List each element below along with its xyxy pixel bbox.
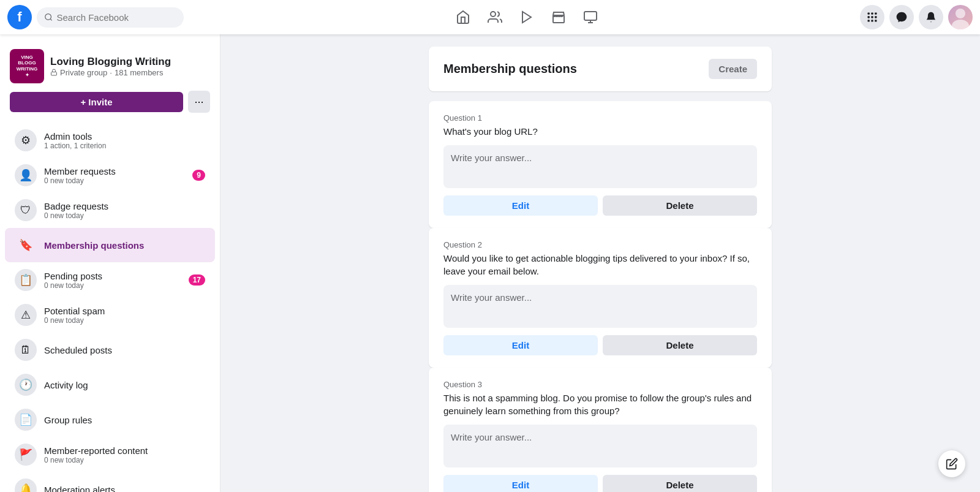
sidebar-item-icon-member-requests: 👤 [15,164,37,186]
svg-point-17 [956,9,965,18]
sidebar-item-icon-badge-requests: 🛡 [15,199,37,221]
main-content: Membership questions Create Question 1 W… [221,34,980,492]
search-icon [44,12,53,22]
page-title: Membership questions [443,62,577,76]
watch-nav-button[interactable] [512,6,541,28]
sidebar-item-activity-log[interactable]: 🕐 Activity log [5,368,215,402]
sidebar-item-title-activity-log: Activity log [44,380,205,390]
sidebar-item-scheduled-posts[interactable]: 🗓 Scheduled posts [5,333,215,367]
edit-button-3[interactable]: Edit [443,475,598,492]
edit-button-2[interactable]: Edit [443,335,598,355]
facebook-logo[interactable]: f [7,5,32,29]
answer-area-2: Write your answer... [443,285,757,328]
sidebar-item-icon-membership-questions: 🔖 [15,234,37,256]
more-options-button[interactable]: ··· [188,91,210,113]
sidebar-item-icon-potential-spam: ⚠ [15,304,37,326]
sidebar-item-moderation-alerts[interactable]: 🔔 Moderation alerts [5,472,215,492]
question-label-1: Question 1 [443,113,757,123]
sidebar-item-icon-moderation-alerts: 🔔 [15,479,37,492]
sidebar-item-title-member-requests: Member requests [44,166,185,176]
invite-row: + Invite ··· [10,91,210,113]
answer-area-1: Write your answer... [443,145,757,188]
answer-area-3: Write your answer... [443,425,757,467]
edit-button-1[interactable]: Edit [443,195,598,216]
search-input[interactable] [56,12,176,23]
topnav-right [850,5,973,29]
sidebar: VING BLOGG WRITING✦ Loving Blogging Writ… [0,34,221,492]
messenger-icon [895,11,908,23]
friends-nav-button[interactable] [480,6,510,28]
marketplace-icon [551,10,566,25]
group-info: VING BLOGG WRITING✦ Loving Blogging Writ… [10,49,210,83]
search-bar[interactable] [37,7,184,28]
groups-nav-button[interactable] [576,6,605,28]
sidebar-item-admin-tools[interactable]: ⚙ Admin tools 1 action, 1 criterion [5,123,215,157]
sidebar-item-potential-spam[interactable]: ⚠ Potential spam 0 new today [5,298,215,332]
sidebar-item-text-scheduled-posts: Scheduled posts [44,345,205,355]
question-card-2: Question 2 Would you like to get actiona… [429,228,772,368]
sidebar-item-member-requests[interactable]: 👤 Member requests 0 new today 9 [5,158,215,192]
group-details: Loving Blogging Writing Private group · … [50,56,171,77]
avatar-image [948,5,973,29]
sidebar-item-group-rules[interactable]: 📄 Group rules [5,403,215,437]
notifications-button[interactable] [919,5,943,29]
svg-point-18 [952,20,969,29]
sidebar-item-text-member-requests: Member requests 0 new today [44,166,185,185]
question-label-3: Question 3 [443,380,757,389]
main-layout: VING BLOGG WRITING✦ Loving Blogging Writ… [0,34,980,492]
svg-rect-11 [868,16,870,18]
marketplace-nav-button[interactable] [544,6,573,28]
delete-button-3[interactable]: Delete [603,475,757,492]
apps-grid-button[interactable] [860,5,884,29]
svg-marker-3 [522,12,531,23]
svg-rect-14 [868,20,870,21]
invite-button[interactable]: + Invite [10,92,183,112]
delete-button-2[interactable]: Delete [603,335,757,355]
edit-icon [946,458,958,470]
svg-rect-12 [871,16,873,18]
question-card-1: Question 1 What's your blog URL? Write y… [429,101,772,228]
question-actions-1: Edit Delete [443,195,757,216]
sidebar-item-member-reported[interactable]: 🚩 Member-reported content 0 new today [5,437,215,472]
create-button[interactable]: Create [709,59,757,79]
home-icon [456,10,470,25]
sidebar-item-sub-badge-requests: 0 new today [44,211,205,220]
sidebar-item-title-admin-tools: Admin tools [44,131,205,142]
bell-icon [925,11,937,23]
friends-icon [488,10,502,25]
delete-button-1[interactable]: Delete [603,195,757,216]
group-avatar: VING BLOGG WRITING✦ [10,49,44,83]
sidebar-item-text-pending-posts: Pending posts 0 new today [44,271,181,290]
sidebar-item-icon-pending-posts: 📋 [15,269,37,291]
question-card-3: Question 3 This is not a spamming blog. … [429,368,772,492]
question-label-2: Question 2 [443,240,757,249]
question-text-2: Would you like to get actionable bloggin… [443,252,757,278]
home-nav-button[interactable] [448,6,478,28]
sidebar-item-title-pending-posts: Pending posts [44,271,181,281]
question-text-3: This is not a spamming blog. Do you prom… [443,392,757,417]
sidebar-item-pending-posts[interactable]: 📋 Pending posts 0 new today 17 [5,263,215,297]
topnav-left: f [7,5,203,29]
sidebar-item-title-moderation-alerts: Moderation alerts [44,485,205,493]
lock-icon [50,69,58,76]
groups-icon [583,10,598,25]
sidebar-item-sub-admin-tools: 1 action, 1 criterion [44,142,205,150]
grid-icon [866,11,878,23]
svg-rect-13 [875,16,876,18]
sidebar-item-text-group-rules: Group rules [44,415,205,425]
questions-list: Question 1 What's your blog URL? Write y… [429,101,772,492]
svg-rect-19 [51,72,57,76]
question-actions-3: Edit Delete [443,475,757,492]
group-header: VING BLOGG WRITING✦ Loving Blogging Writ… [0,42,220,123]
sidebar-items: ⚙ Admin tools 1 action, 1 criterion 👤 Me… [0,123,220,492]
float-edit-button[interactable] [938,450,965,477]
messenger-button[interactable] [889,5,914,29]
svg-rect-16 [875,20,876,21]
sidebar-item-sub-member-requests: 0 new today [44,176,185,185]
watch-icon [519,10,534,25]
sidebar-item-membership-questions[interactable]: 🔖 Membership questions [5,228,215,262]
sidebar-item-badge-requests[interactable]: 🛡 Badge requests 0 new today [5,193,215,227]
sidebar-item-icon-group-rules: 📄 [15,409,37,431]
avatar[interactable] [948,5,973,29]
sidebar-item-title-membership-questions: Membership questions [44,240,205,251]
